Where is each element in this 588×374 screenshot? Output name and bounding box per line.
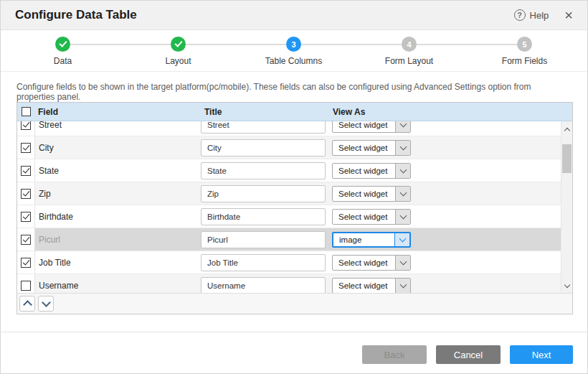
row-checkbox[interactable] [21, 189, 31, 199]
title-input[interactable] [201, 254, 326, 271]
fields-table: Field Title View As Street Select widget [16, 102, 573, 314]
wizard-stepper: Data Layout 3 Table Columns 4 [1, 30, 587, 72]
widget-dropdown[interactable]: Select widget [332, 209, 411, 225]
step-data[interactable]: Data [5, 37, 120, 66]
checkbox-cell [17, 182, 35, 205]
stepper-steps: Data Layout 3 Table Columns 4 [5, 37, 582, 66]
help-icon[interactable] [514, 9, 526, 21]
row-checkbox[interactable] [21, 121, 31, 130]
field-cell: Job Title [35, 251, 201, 274]
row-checkbox[interactable] [21, 258, 31, 268]
title-input[interactable] [201, 139, 326, 156]
checkbox-cell [17, 274, 35, 294]
field-label: Zip [39, 189, 51, 199]
checkbox-cell [17, 251, 35, 274]
scroll-up-icon[interactable] [561, 124, 572, 136]
vertical-scrollbar[interactable] [561, 121, 572, 293]
chevron-down-icon[interactable] [394, 233, 409, 246]
header-view-as: View As [331, 107, 572, 117]
titlebar-actions: Help [514, 9, 573, 21]
chevron-down-icon[interactable] [395, 210, 410, 224]
table-row-street[interactable]: Street Select widget [17, 121, 561, 136]
chevron-down-icon[interactable] [395, 164, 410, 178]
widget-dropdown[interactable]: Select widget [332, 186, 411, 202]
chevron-down-icon[interactable] [395, 141, 410, 155]
step-label: Table Columns [265, 56, 322, 66]
step-number: 4 [407, 40, 411, 49]
widget-dropdown-value: Select widget [333, 210, 395, 224]
table-row-zip[interactable]: Zip Select widget [17, 182, 561, 205]
title-input[interactable] [201, 277, 326, 294]
title-cell [201, 205, 332, 228]
cancel-button[interactable]: Cancel [436, 345, 501, 364]
title-cell [201, 159, 332, 182]
row-checkbox[interactable] [21, 143, 31, 153]
widget-dropdown[interactable]: Select widget [332, 163, 411, 179]
close-icon[interactable] [560, 9, 573, 21]
table-row-birthdate[interactable]: Birthdate Select widget [17, 205, 561, 228]
title-input[interactable] [201, 162, 326, 179]
back-button[interactable]: Back [362, 345, 427, 364]
title-bar: Configure Data Table Help [1, 1, 587, 30]
row-checkbox[interactable] [21, 212, 31, 222]
select-all-checkbox[interactable] [22, 107, 31, 116]
row-checkbox[interactable] [21, 235, 31, 245]
field-cell: City [35, 136, 201, 159]
widget-dropdown-active[interactable]: image [332, 232, 411, 248]
title-cell [201, 182, 332, 205]
step-form-fields[interactable]: 5 Form Fields [467, 37, 582, 66]
move-row-down-button[interactable] [38, 296, 54, 312]
widget-dropdown-value: Select widget [333, 279, 395, 293]
row-checkbox[interactable] [21, 166, 31, 176]
table-row-state[interactable]: State Select widget [17, 159, 561, 182]
table-row-username[interactable]: Username Select widget [17, 274, 561, 294]
check-icon [59, 39, 67, 47]
next-button[interactable]: Next [510, 345, 573, 364]
help-label[interactable]: Help [530, 10, 549, 21]
widget-dropdown-value: Select widget [333, 141, 395, 155]
title-input[interactable] [201, 121, 326, 134]
widget-dropdown[interactable]: Select widget [332, 121, 411, 133]
step-circle-active: 3 [286, 37, 301, 52]
step-table-columns[interactable]: 3 Table Columns [236, 37, 351, 66]
header-field: Field [34, 107, 200, 117]
table-row-job-title[interactable]: Job Title Select widget [17, 251, 561, 274]
action-buttons: Back Cancel Next [362, 345, 573, 364]
scrollbar-thumb[interactable] [562, 144, 572, 173]
table-row-picurl[interactable]: Picurl image [17, 228, 561, 251]
viewas-cell: Select widget [332, 121, 561, 136]
field-label: Street [39, 121, 62, 130]
chevron-down-icon[interactable] [395, 279, 410, 293]
chevron-down-icon[interactable] [395, 256, 410, 270]
viewas-cell: Select widget [332, 136, 561, 159]
checkbox-cell [17, 121, 35, 136]
title-input[interactable] [201, 231, 326, 248]
step-number: 3 [291, 40, 295, 49]
configure-data-table-dialog: Configure Data Table Help Data [0, 0, 588, 374]
table-row-city[interactable]: City Select widget [17, 136, 561, 159]
widget-dropdown-value: Select widget [333, 187, 395, 201]
move-row-up-button[interactable] [19, 296, 35, 312]
title-input[interactable] [201, 208, 326, 225]
step-circle-pending: 5 [517, 37, 532, 52]
step-label: Form Fields [502, 56, 547, 66]
field-cell: Zip [35, 182, 201, 205]
scroll-down-icon[interactable] [561, 280, 572, 291]
step-form-layout[interactable]: 4 Form Layout [351, 37, 467, 66]
step-layout[interactable]: Layout [120, 37, 236, 66]
chevron-up-icon [23, 300, 32, 309]
title-cell [201, 228, 332, 251]
title-input[interactable] [201, 185, 326, 202]
field-label: State [39, 166, 59, 176]
title-cell [201, 251, 332, 274]
chevron-down-icon[interactable] [395, 187, 410, 201]
widget-dropdown[interactable]: Select widget [332, 255, 411, 271]
table-footer [17, 293, 572, 314]
widget-dropdown[interactable]: Select widget [332, 278, 411, 294]
header-checkbox-cell [17, 103, 34, 121]
chevron-down-icon[interactable] [395, 121, 410, 132]
widget-dropdown[interactable]: Select widget [332, 140, 411, 156]
help-button[interactable]: Help [514, 9, 549, 21]
row-checkbox[interactable] [21, 281, 31, 291]
step-circle-pending: 4 [402, 37, 417, 52]
